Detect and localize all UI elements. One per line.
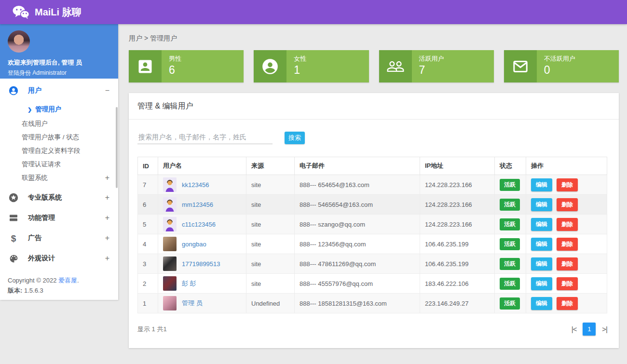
first-page-icon[interactable]: |<: [572, 325, 577, 333]
delete-button[interactable]: 删除: [557, 238, 578, 251]
username-link[interactable]: 彭 彭: [182, 279, 196, 288]
vendor-link[interactable]: 爱喜屋: [58, 277, 77, 284]
last-page-icon[interactable]: >|: [602, 325, 607, 333]
expand-plus-icon[interactable]: +: [105, 254, 109, 263]
admin-avatar: [8, 30, 30, 53]
submenu-item-custom-fields[interactable]: 管理自定义资料字段: [0, 144, 118, 158]
sidebar: 欢迎来到管理后台, 管理 员 登陆身份 Administrator 用户 − ❯…: [0, 24, 118, 300]
cell-status: 活跃: [495, 175, 526, 195]
status-badge: 活跃: [500, 297, 520, 310]
delete-button[interactable]: 删除: [557, 178, 578, 191]
edit-button[interactable]: 编辑: [531, 218, 552, 231]
submenu-label: 管理自定义资料字段: [22, 147, 109, 155]
submenu-item-affiliate-system[interactable]: 联盟系统 +: [0, 171, 118, 185]
edit-button[interactable]: 编辑: [531, 238, 552, 251]
submenu-label: 联盟系统: [22, 174, 105, 182]
delete-button[interactable]: 删除: [557, 257, 578, 270]
stat-value: 6: [169, 64, 181, 77]
people-outline-icon: [379, 50, 412, 82]
username-link[interactable]: 管理 员: [182, 299, 203, 308]
edit-button[interactable]: 编辑: [531, 198, 552, 211]
cell-id: 3: [138, 254, 158, 274]
expand-plus-icon[interactable]: +: [105, 214, 109, 222]
edit-button[interactable]: 编辑: [531, 297, 552, 310]
submenu-item-verification-requests[interactable]: 管理认证请求: [0, 158, 118, 171]
user-table-body: 7kk123456site888--- 654654@163.com124.22…: [138, 175, 607, 313]
cell-actions: 编辑删除: [526, 254, 607, 274]
cell-status: 活跃: [495, 195, 526, 215]
submenu-label: 管理用户: [35, 105, 109, 114]
table-footer: 显示 1 共1 |< 1 >|: [129, 313, 619, 336]
submenu-item-manage-users[interactable]: ❯ 管理用户: [0, 102, 118, 117]
expand-plus-icon[interactable]: +: [105, 234, 109, 243]
mail-outline-icon: [504, 50, 537, 82]
cell-id: 2: [138, 274, 158, 294]
edit-button[interactable]: 编辑: [531, 178, 552, 191]
cell-actions: 编辑删除: [526, 195, 607, 215]
cell-ip: 124.228.223.166: [420, 215, 495, 234]
edit-button[interactable]: 编辑: [531, 277, 552, 290]
cell-email: 888--- 654654@163.com: [295, 175, 420, 195]
users-table-wrap: ID 用户名 来源 电子邮件 IP地址 状态 操作 7kk123456site8…: [129, 152, 619, 313]
expand-plus-icon[interactable]: +: [105, 193, 109, 202]
cell-actions: 编辑删除: [526, 294, 607, 313]
brand: MaiLi 脉聊: [13, 5, 82, 19]
status-badge: 活跃: [500, 278, 520, 290]
stat-card-inactive-users: 不活跃用户 0: [504, 50, 619, 82]
table-row: 6mm123456site888--- 5465654@163.com124.2…: [138, 195, 607, 215]
sidebar-item-appearance[interactable]: 外观设计 +: [0, 248, 118, 269]
sidebar-item-feature-management[interactable]: 功能管理 +: [0, 208, 118, 228]
delete-button[interactable]: 删除: [557, 297, 578, 310]
delete-button[interactable]: 删除: [557, 277, 578, 290]
stat-value: 0: [544, 64, 575, 77]
cell-source: Undefined: [246, 294, 295, 313]
username-link[interactable]: 17719899513: [182, 260, 220, 268]
cell-email: 888--- 45557976@qq.com: [295, 274, 420, 294]
collapse-minus-icon[interactable]: −: [105, 86, 109, 95]
col-header-email: 电子邮件: [295, 157, 420, 175]
submenu-item-user-stories[interactable]: 管理用户故事 / 状态: [0, 131, 118, 144]
col-header-status: 状态: [495, 157, 526, 175]
main-content: 用户 > 管理用户 男性 6 女性 1: [118, 24, 627, 364]
stat-card-active-users: 活跃用户 7: [379, 50, 494, 82]
cell-email: 888--- 18581281315@163.com: [295, 294, 420, 313]
edit-button[interactable]: 编辑: [531, 257, 552, 270]
sidebar-item-ads[interactable]: $ 广告 +: [0, 228, 118, 248]
search-button[interactable]: 搜索: [285, 132, 305, 144]
panel-title: 管理 & 编辑用户: [129, 93, 619, 120]
search-row: 搜索: [129, 120, 619, 152]
pagination: |< 1 >|: [572, 323, 607, 336]
stat-label: 活跃用户: [419, 54, 444, 63]
breadcrumb: 用户 > 管理用户: [129, 34, 619, 43]
user-avatar: [163, 276, 177, 291]
sidebar-item-users[interactable]: 用户 −: [0, 81, 118, 101]
submenu-item-online-users[interactable]: 在线用户: [0, 117, 118, 131]
cell-email: 888--- 5465654@163.com: [295, 195, 420, 215]
cell-ip: 106.46.235.199: [420, 234, 495, 254]
username-link[interactable]: kk123456: [182, 181, 209, 189]
status-badge: 活跃: [500, 258, 520, 270]
table-header-row: ID 用户名 来源 电子邮件 IP地址 状态 操作: [138, 157, 607, 175]
username-link[interactable]: gongbao: [182, 241, 206, 248]
chevron-right-icon: ❯: [27, 107, 32, 113]
delete-button[interactable]: 删除: [557, 198, 578, 211]
sidebar-scrollbar[interactable]: [116, 107, 118, 188]
submenu-label: 管理用户故事 / 状态: [22, 133, 109, 142]
col-header-actions: 操作: [526, 157, 607, 175]
sidebar-item-label: 广告: [28, 234, 105, 243]
sidebar-item-label: 功能管理: [28, 214, 105, 222]
username-link[interactable]: mm123456: [182, 201, 213, 208]
username-link[interactable]: c11c123456: [182, 221, 216, 228]
cell-email: 888--- szango@qq.com: [295, 215, 420, 234]
sidebar-item-pro-system[interactable]: 专业版系统 +: [0, 188, 118, 208]
expand-plus-icon[interactable]: +: [105, 174, 109, 182]
current-page-button[interactable]: 1: [583, 323, 596, 336]
cell-actions: 编辑删除: [526, 234, 607, 254]
cell-actions: 编辑删除: [526, 274, 607, 294]
cell-username: gongbao: [158, 234, 246, 254]
search-input[interactable]: [137, 130, 273, 144]
delete-button[interactable]: 删除: [557, 218, 578, 231]
table-row: 4gongbaosite888--- 123456@qq.com106.46.2…: [138, 234, 607, 254]
user-avatar: [163, 177, 177, 192]
user-avatar: [163, 256, 177, 271]
